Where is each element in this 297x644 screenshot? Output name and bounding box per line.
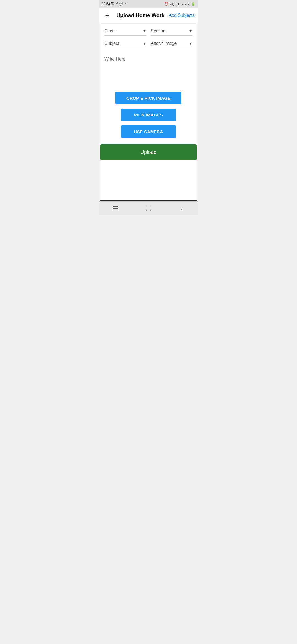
- upload-button[interactable]: Upload: [100, 144, 197, 160]
- attach-image-dropdown[interactable]: Attach Image ▼: [151, 41, 193, 48]
- class-dropdown-arrow-icon: ▼: [142, 29, 146, 33]
- status-bar: 12:53 🖼 M 💬 • ⏰ Vo) LTE ▲▲▲ 🔋: [99, 0, 198, 8]
- back-chevron-icon: ‹: [181, 205, 183, 211]
- home-circle-icon: [146, 206, 151, 211]
- back-button[interactable]: ←: [102, 10, 112, 20]
- battery-icon: 🔋: [191, 2, 195, 6]
- section-label: Section: [151, 29, 165, 34]
- main-content: Class ▼ Section ▼ Subject ▼ Attach Image…: [100, 24, 197, 201]
- dot-icon: •: [125, 2, 126, 6]
- signal-icon: ▲▲▲: [181, 2, 190, 6]
- status-right: ⏰ Vo) LTE ▲▲▲ 🔋: [164, 2, 195, 6]
- attach-image-label: Attach Image: [151, 41, 177, 46]
- page-title: Upload Home Work: [112, 12, 169, 18]
- back-nav-button[interactable]: ‹: [175, 202, 188, 215]
- nav-bar: ← Upload Home Work Add Subjects: [99, 8, 198, 23]
- pick-images-button[interactable]: PICK IMAGES: [121, 109, 176, 121]
- section-dropdown[interactable]: Section ▼: [151, 29, 193, 36]
- alarm-icon: ⏰: [164, 2, 168, 6]
- add-subjects-button[interactable]: Add Subjects: [169, 13, 195, 18]
- attach-image-dropdown-arrow-icon: ▼: [189, 41, 193, 46]
- hamburger-icon: [113, 206, 118, 210]
- status-left: 12:53 🖼 M 💬 •: [102, 2, 126, 6]
- bottom-nav: ‹: [99, 201, 198, 215]
- action-buttons-section: CROP & PICK IMAGE PICK IMAGES USE CAMERA: [100, 86, 197, 144]
- class-dropdown[interactable]: Class ▼: [105, 29, 146, 36]
- content-spacer: [100, 160, 197, 200]
- menu-nav-button[interactable]: [109, 202, 122, 215]
- message-icon: 💬: [119, 2, 123, 6]
- time-display: 12:53: [102, 2, 110, 6]
- section-dropdown-arrow-icon: ▼: [189, 29, 193, 33]
- subject-image-row: Subject ▼ Attach Image ▼: [105, 41, 193, 48]
- subject-label: Subject: [105, 41, 119, 46]
- class-label: Class: [105, 29, 116, 34]
- gmail-icon: M: [116, 2, 118, 6]
- write-here-input[interactable]: [100, 53, 197, 86]
- form-section: Class ▼ Section ▼ Subject ▼ Attach Image…: [100, 24, 197, 53]
- home-nav-button[interactable]: [142, 202, 155, 215]
- photo-icon: 🖼: [111, 2, 114, 6]
- crop-pick-image-button[interactable]: CROP & PICK IMAGE: [116, 92, 182, 104]
- subject-dropdown-arrow-icon: ▼: [142, 41, 146, 46]
- vo-lte-icon: Vo) LTE: [169, 2, 180, 6]
- back-arrow-icon: ←: [104, 12, 110, 19]
- use-camera-button[interactable]: USE CAMERA: [121, 125, 176, 138]
- subject-dropdown[interactable]: Subject ▼: [105, 41, 146, 48]
- class-section-row: Class ▼ Section ▼: [105, 29, 193, 36]
